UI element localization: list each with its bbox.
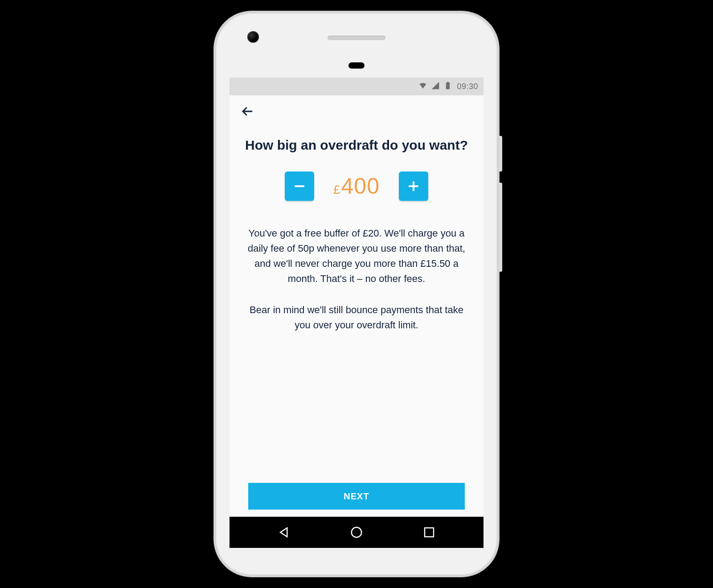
nav-back-button[interactable] <box>266 521 302 543</box>
minus-icon <box>292 179 307 193</box>
content-area: How big an overdraft do you want? £ 400 <box>229 127 484 517</box>
battery-icon <box>443 81 452 92</box>
phone-sensor <box>348 62 365 69</box>
phone-speaker <box>328 36 385 40</box>
svg-marker-4 <box>280 528 287 537</box>
currency-symbol: £ <box>333 183 340 197</box>
triangle-back-icon <box>278 526 291 539</box>
cellular-icon <box>431 81 440 92</box>
cta-container: NEXT <box>241 476 472 517</box>
phone-power-button <box>499 136 502 172</box>
app-area: How big an overdraft do you want? £ 400 <box>229 95 484 517</box>
status-time: 09:30 <box>457 82 478 91</box>
wifi-icon <box>418 81 427 92</box>
nav-recent-button[interactable] <box>411 521 447 543</box>
plus-icon <box>406 179 421 193</box>
app-header <box>229 95 484 127</box>
phone-camera <box>247 31 259 43</box>
phone-frame: 09:30 How big an overdraft do you want? <box>216 13 497 575</box>
phone-volume-button <box>499 183 502 272</box>
amount-value: 400 <box>341 173 380 199</box>
page-heading: How big an overdraft do you want? <box>241 136 472 154</box>
amount-stepper: £ 400 <box>241 172 472 201</box>
arrow-left-icon <box>241 105 254 118</box>
android-nav-bar <box>229 517 484 548</box>
circle-home-icon <box>350 526 363 539</box>
increase-button[interactable] <box>399 172 428 201</box>
decrease-button[interactable] <box>285 172 314 201</box>
nav-home-button[interactable] <box>339 521 374 543</box>
device-screen: 09:30 How big an overdraft do you want? <box>229 78 484 548</box>
svg-rect-6 <box>425 528 434 537</box>
square-recent-icon <box>422 526 436 539</box>
fee-description: You've got a free buffer of £20. We'll c… <box>241 226 472 286</box>
amount-display: £ 400 <box>328 173 385 199</box>
next-button[interactable]: NEXT <box>248 483 465 510</box>
back-button[interactable] <box>238 102 257 121</box>
svg-point-5 <box>352 527 362 538</box>
bounce-warning: Bear in mind we'll still bounce payments… <box>241 302 472 333</box>
status-bar: 09:30 <box>229 78 484 95</box>
